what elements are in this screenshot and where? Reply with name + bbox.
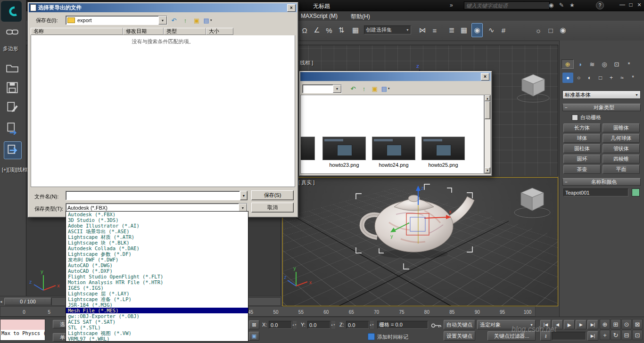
tab-motion[interactable]: ◎ [598,59,611,69]
maxscript-mini-listener[interactable]: Max to Physcs ( [0,319,45,341]
filetype-option[interactable]: Flight Studio OpenFlight (*.FLT) [66,274,248,279]
back-icon[interactable]: ↶ [348,84,358,93]
tab-hierarchy[interactable]: ≋ [586,59,598,69]
category-lights-icon[interactable]: ◐ [584,73,595,83]
object-color-swatch[interactable] [632,188,640,196]
polygon-panel-label[interactable]: 多边形 [3,45,18,52]
object-type-rollout[interactable]: − 对象类型 [562,104,641,111]
menu-help[interactable]: 帮助(H) [351,13,370,21]
scroll-thumb[interactable] [485,101,490,119]
category-systems-icon[interactable]: * [627,73,638,83]
previous-frame-button[interactable]: ◀ [552,320,563,329]
auto-key-button[interactable]: 自动关键点 [444,320,475,329]
z-coord-field[interactable]: ▲▼ [346,321,373,329]
mirror-icon[interactable]: ⋈ [417,23,428,37]
x-coord-field[interactable]: ▲▼ [269,321,296,329]
file-thumbnail[interactable]: howto25.png [421,137,465,168]
primitive-button[interactable]: 茶壶 [563,165,601,174]
y-coord-input[interactable] [307,321,330,329]
filetype-option[interactable]: 发布到 DWF (*.DWF) [66,257,248,262]
time-slider-thumb[interactable]: 0 / 100 [4,298,51,305]
zoom-region-icon[interactable]: ⊠ [632,319,643,329]
perspective-viewport[interactable]: 透视 [ 真实 ] [282,177,558,306]
chevron-down-icon[interactable]: ▼ [240,191,248,200]
cancel-button[interactable]: 取消 [251,203,294,212]
x-spinner[interactable]: ▲▼ [292,321,297,329]
x-coord-input[interactable] [269,321,292,329]
primitive-button[interactable]: 管状体 [603,144,640,153]
export-icon[interactable] [4,141,22,159]
column-header[interactable]: 名称 [31,28,123,35]
zoom-icon[interactable]: ⊕ [600,319,610,329]
filetype-option[interactable]: AutoCAD (*.DWG) [66,262,248,268]
filetype-option[interactable]: 3D Studio (*.3DS) [66,217,248,223]
go-to-start-button[interactable]: |◀ [540,320,551,329]
tab-create[interactable]: ⊕ [561,59,574,69]
file-thumbnail[interactable]: howto23.png [322,137,366,168]
minimize-button[interactable]: — [619,1,626,8]
primitive-button[interactable]: 平面 [603,165,640,174]
primitive-button[interactable]: 长方体 [563,123,601,132]
name-color-rollout[interactable]: − 名称和颜色 [562,178,641,186]
filetype-option[interactable]: Lightscape 准备 (*.LP) [66,296,248,302]
import-icon[interactable] [6,122,19,136]
primitive-button[interactable]: 圆柱体 [563,144,601,153]
filetype-option[interactable]: IGES (*.IGS) [66,285,248,291]
filetype-option[interactable]: Motion Analysis HTR File (*.HTR) [66,279,248,285]
browser-file-list[interactable]: png howto23.png howto24.png howto25.png [300,95,484,174]
edit-named-selections-icon[interactable]: ▦ [350,23,361,37]
link-icon[interactable] [6,25,19,40]
add-time-tag-label[interactable]: 添加时间标记 [377,334,408,341]
time-slider-left-arrow[interactable]: ◂ [0,299,4,304]
filetype-option[interactable]: JSR-184 (*.M3G) [66,302,248,308]
filetype-option[interactable]: ASCII 场景导出 (*.ASE) [66,229,248,234]
primitive-button[interactable]: 圆环 [563,155,601,163]
filetype-option[interactable]: Lightscape 材质 (*.ATR) [66,234,248,240]
filetype-list[interactable]: Autodesk (*.FBX)3D Studio (*.3DS)Adobe I… [66,211,248,342]
export-close-button[interactable]: × [287,4,296,12]
play-button[interactable]: ▶ [564,320,575,329]
filetype-option[interactable]: gw::OBJ-Exporter (*.OBJ) [66,313,248,319]
filetype-option[interactable]: Lightscape 参数 (*.DF) [66,251,248,257]
curve-editor-icon[interactable]: ∿ [486,23,497,37]
filetype-option[interactable]: STL (*.STL) [66,325,248,330]
scroll-up-arrow[interactable]: ▲ [485,95,490,101]
primitive-button[interactable]: 四棱锥 [603,155,640,163]
create-new-folder-icon[interactable]: ▣ [192,16,201,25]
file-name-input[interactable] [66,191,240,200]
save-button[interactable]: 保存(S) [251,190,294,200]
rendered-frame-icon[interactable]: □ [545,23,556,37]
frame-step-button[interactable]: ▶| [587,331,598,341]
align-icon[interactable]: ≡ [429,23,440,37]
layer-manager-icon[interactable]: ≣ [446,23,457,37]
material-editor-icon[interactable]: ◉ [471,23,483,37]
maximize-viewport-icon[interactable]: ⊡ [632,330,643,340]
category-spacewarps-icon[interactable]: ≈ [617,73,627,83]
zoom-all-icon[interactable]: ⊞ [611,319,621,329]
toolbar-overflow-chevron[interactable]: » [450,2,453,8]
category-helpers-icon[interactable]: + [606,73,617,83]
edit-icon[interactable] [6,101,19,115]
help-icon[interactable]: ? [596,1,604,9]
open-folder-icon[interactable] [6,61,19,76]
object-name-field[interactable] [563,188,628,196]
file-thumbnail[interactable]: png [300,137,315,168]
orbit-icon[interactable]: ↻ [611,330,621,340]
view-menu-icon[interactable]: ▤▼ [381,84,390,93]
filetype-option[interactable]: AutoCAD (*.DXF) [66,268,248,274]
z-coord-input[interactable] [346,321,369,329]
column-header[interactable]: 大小 [206,28,233,35]
current-frame-field[interactable] [552,332,586,340]
up-one-level-icon[interactable]: ↑ [181,16,190,25]
filetype-option[interactable]: Lightscape 层 (*.LAY) [66,291,248,296]
set-key-button[interactable]: 设置关键点 [444,331,475,341]
snaps-toggle-icon[interactable]: Ω [299,23,310,37]
listener-script-line[interactable]: Max to Physcs ( [0,330,45,340]
browser-scrollbar[interactable]: ▲ ▼ [484,95,491,174]
named-selection-combo[interactable]: 创建选择集 ▼ [364,25,411,34]
key-mode-toggle-button[interactable]: ⚷ [540,331,551,341]
primitive-category-dropdown[interactable]: 标准基本体 ▼ [562,90,641,99]
render-production-icon[interactable]: ◉ [557,23,569,37]
filetype-option[interactable]: Adobe Illustrator (*.AI) [66,223,248,229]
primitive-button[interactable]: 几何球体 [603,134,640,143]
